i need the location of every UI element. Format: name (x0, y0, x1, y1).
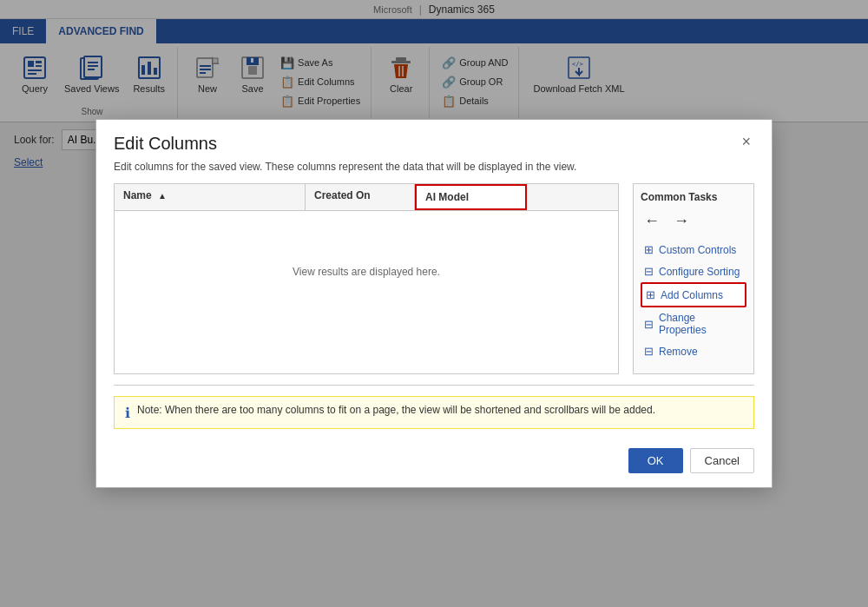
columns-area: Name ▲ Created On AI Model View results … (114, 183, 754, 374)
task-configure-sorting-label: Configure Sorting (659, 266, 740, 278)
task-add-columns[interactable]: ⊞ Add Columns (641, 282, 746, 307)
col-header-ai-model: AI Model (415, 184, 527, 210)
task-change-properties-label: Change Properties (659, 312, 743, 336)
columns-body-empty: View results are displayed here. (115, 211, 618, 333)
dialog-titlebar: Edit Columns × (96, 120, 772, 161)
add-columns-icon: ⊞ (646, 288, 655, 301)
common-tasks-title: Common Tasks (641, 191, 746, 203)
edit-columns-dialog: Edit Columns × Edit columns for the save… (95, 119, 773, 488)
dialog-footer: OK Cancel (96, 441, 772, 487)
task-remove-label: Remove (659, 346, 698, 358)
custom-controls-icon: ⊞ (644, 243, 654, 256)
col-header-ai-label: AI Model (425, 191, 469, 203)
dialog-subtitle: Edit columns for the saved view. These c… (96, 161, 772, 183)
task-remove[interactable]: ⊟ Remove (641, 340, 746, 362)
dialog-close-button[interactable]: × (738, 134, 754, 149)
task-custom-controls-label: Custom Controls (659, 244, 736, 256)
col-header-extra (527, 184, 618, 210)
divider (114, 385, 754, 386)
task-change-properties[interactable]: ⊟ Change Properties (641, 307, 746, 340)
task-add-columns-label: Add Columns (661, 289, 723, 301)
change-properties-icon: ⊟ (644, 318, 654, 331)
task-custom-controls[interactable]: ⊞ Custom Controls (641, 239, 746, 261)
overlay: Edit Columns × Edit columns for the save… (0, 0, 868, 607)
move-left-button[interactable]: ← (644, 212, 660, 230)
dialog-body: Name ▲ Created On AI Model View results … (96, 183, 772, 441)
dialog-title: Edit Columns (114, 134, 217, 154)
note-box: ℹ Note: When there are too many columns … (114, 396, 754, 429)
note-text: Note: When there are too many columns to… (137, 404, 655, 416)
note-icon: ℹ (125, 405, 130, 421)
configure-sorting-icon: ⊟ (644, 265, 654, 278)
sort-arrow-name: ▲ (158, 191, 167, 201)
move-right-button[interactable]: → (674, 212, 689, 230)
empty-state-text: View results are displayed here. (293, 266, 440, 278)
columns-table: Name ▲ Created On AI Model View results … (114, 183, 619, 374)
col-header-name: Name ▲ (115, 184, 306, 210)
col-header-created-on: Created On (306, 184, 415, 210)
common-tasks-panel: Common Tasks ← → ⊞ Custom Controls ⊟ Con… (633, 183, 754, 374)
task-configure-sorting[interactable]: ⊟ Configure Sorting (641, 261, 746, 282)
col-header-name-label: Name (123, 189, 152, 201)
col-header-created-label: Created On (314, 189, 371, 201)
ok-button[interactable]: OK (628, 448, 683, 473)
cancel-button[interactable]: Cancel (690, 448, 754, 473)
nav-arrows: ← → (641, 212, 746, 230)
columns-header: Name ▲ Created On AI Model (115, 184, 618, 211)
remove-icon: ⊟ (644, 345, 654, 358)
